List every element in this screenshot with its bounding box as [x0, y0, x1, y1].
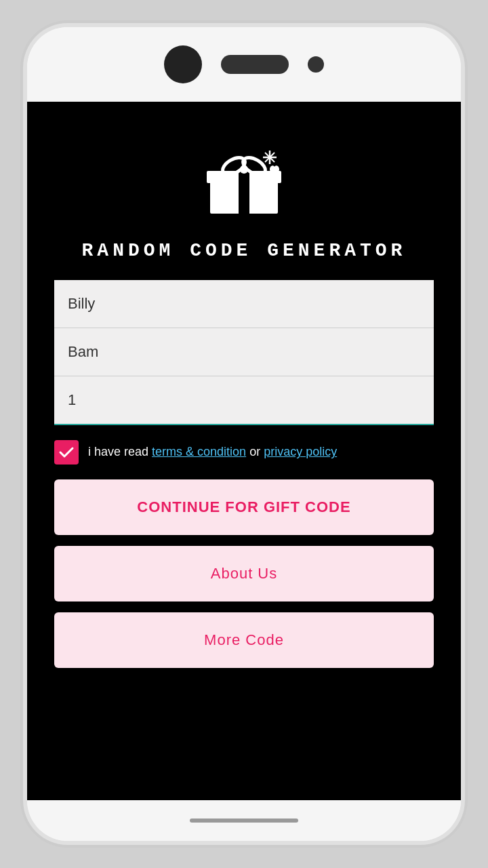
phone-shell: RANDOM CODE GENERATOR i have read terms … [27, 27, 461, 841]
svg-point-6 [240, 165, 248, 174]
first-name-input[interactable] [54, 280, 434, 328]
about-us-button[interactable]: About Us [54, 546, 434, 601]
svg-rect-2 [239, 171, 249, 214]
home-indicator [190, 818, 298, 823]
phone-top-bar [27, 27, 461, 102]
number-input[interactable] [54, 376, 434, 425]
sensor [308, 56, 324, 73]
form-container [54, 280, 434, 425]
check-icon [58, 444, 75, 460]
app-logo [197, 142, 291, 220]
terms-checkbox-row: i have read terms & condition or privacy… [54, 440, 434, 465]
last-name-input[interactable] [54, 328, 434, 376]
terms-label: i have read terms & condition or privacy… [88, 443, 337, 460]
more-code-button[interactable]: More Code [54, 612, 434, 668]
app-title: RANDOM CODE GENERATOR [82, 240, 407, 261]
continue-button[interactable]: CONTINUE FOR GIFT CODE [54, 479, 434, 535]
speaker [221, 55, 289, 74]
phone-bottom-bar [27, 800, 461, 841]
checkbox[interactable] [54, 440, 79, 465]
privacy-link[interactable]: privacy policy [264, 445, 337, 458]
front-camera [164, 45, 202, 83]
phone-screen: RANDOM CODE GENERATOR i have read terms … [27, 102, 461, 800]
terms-link[interactable]: terms & condition [152, 445, 246, 458]
